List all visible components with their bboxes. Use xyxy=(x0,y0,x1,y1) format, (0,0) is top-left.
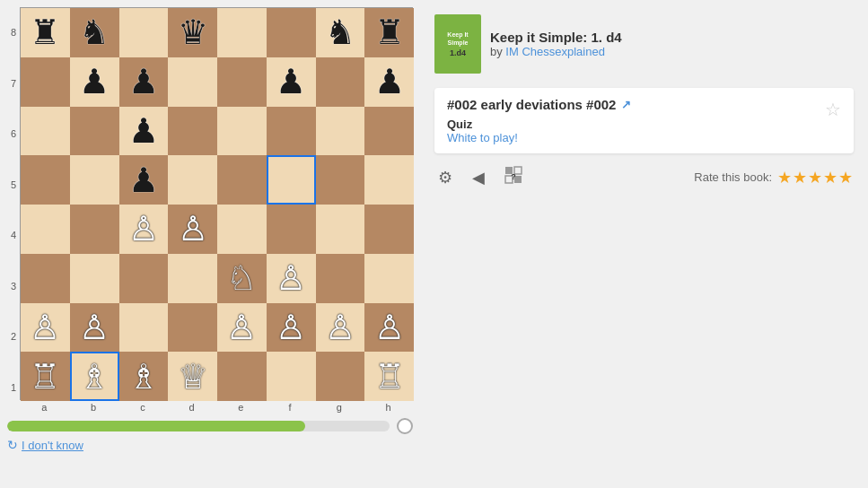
square-b7[interactable]: ♟ xyxy=(70,57,119,107)
piece-d4: ♙ xyxy=(178,212,208,246)
file-label-d: d xyxy=(167,402,216,413)
square-e1[interactable] xyxy=(217,352,267,401)
square-b5[interactable] xyxy=(70,155,119,205)
square-e5[interactable] xyxy=(217,155,267,205)
square-a6[interactable] xyxy=(21,107,70,156)
rank-label-3: 3 xyxy=(7,261,20,312)
square-e7[interactable] xyxy=(217,57,267,107)
piece-g2: ♙ xyxy=(325,310,355,344)
square-b1[interactable]: ♗ xyxy=(70,352,119,401)
chapter-info: #002 early deviations #002 ↗ Quiz White … xyxy=(447,97,631,144)
square-c3[interactable] xyxy=(119,254,169,303)
book-header: Keep ItSimple 1.d4 Keep it Simple: 1. d4… xyxy=(434,9,854,79)
square-c2[interactable] xyxy=(119,303,169,353)
square-f3[interactable]: ♙ xyxy=(267,254,316,303)
file-label-a: a xyxy=(20,402,69,413)
board-button[interactable]: ? xyxy=(501,162,526,192)
square-g2[interactable]: ♙ xyxy=(316,303,365,353)
square-g1[interactable] xyxy=(316,352,365,401)
square-f5[interactable] xyxy=(267,155,316,205)
piece-h8: ♜ xyxy=(374,15,405,49)
square-h3[interactable] xyxy=(364,254,414,303)
file-label-c: c xyxy=(118,402,168,413)
book-cover-line1: Keep ItSimple xyxy=(447,30,468,47)
square-a7[interactable] xyxy=(21,57,70,107)
square-g7[interactable] xyxy=(316,57,365,107)
settings-button[interactable]: ⚙ xyxy=(434,164,456,191)
square-d7[interactable] xyxy=(168,57,217,107)
square-f6[interactable] xyxy=(267,107,316,156)
square-c8[interactable] xyxy=(119,8,169,57)
square-g4[interactable] xyxy=(316,205,365,254)
square-f8[interactable] xyxy=(267,8,316,57)
square-a2[interactable]: ♙ xyxy=(21,303,70,353)
square-d1[interactable]: ♕ xyxy=(168,352,217,401)
square-a1[interactable]: ♖ xyxy=(21,352,70,401)
chess-board[interactable]: ♜♞♛♞♜♟♟♟♟♟♟♙♙♘♙♙♙♙♙♙♙♖♗♗♕♖ xyxy=(20,7,413,400)
rank-label-5: 5 xyxy=(7,160,20,211)
rank-label-8: 8 xyxy=(7,7,20,58)
square-g3[interactable] xyxy=(316,254,365,303)
square-d6[interactable] xyxy=(168,107,217,156)
dont-know-area[interactable]: ↻ I don't know xyxy=(7,438,413,452)
square-h6[interactable] xyxy=(364,107,414,156)
square-f1[interactable] xyxy=(267,352,316,401)
author-rank[interactable]: IM xyxy=(505,45,518,58)
piece-h2: ♙ xyxy=(374,310,405,344)
square-e8[interactable] xyxy=(217,8,267,57)
square-c7[interactable]: ♟ xyxy=(119,57,169,107)
square-f2[interactable]: ♙ xyxy=(267,303,316,353)
square-f7[interactable]: ♟ xyxy=(267,57,316,107)
stars[interactable]: ★★★★★ xyxy=(777,168,854,187)
board-icon: ? xyxy=(504,166,522,184)
dont-know-label[interactable]: I don't know xyxy=(22,439,83,452)
square-a5[interactable] xyxy=(21,155,70,205)
piece-c1: ♗ xyxy=(128,360,159,394)
square-g8[interactable]: ♞ xyxy=(316,8,365,57)
chapter-title-text: #002 early deviations #002 xyxy=(447,97,616,112)
square-b2[interactable]: ♙ xyxy=(70,303,119,353)
square-d5[interactable] xyxy=(168,155,217,205)
square-a3[interactable] xyxy=(21,254,70,303)
square-h5[interactable] xyxy=(364,155,414,205)
square-c1[interactable]: ♗ xyxy=(119,352,169,401)
author-prefix: by xyxy=(490,45,505,58)
square-d2[interactable] xyxy=(168,303,217,353)
square-b4[interactable] xyxy=(70,205,119,254)
progress-circle xyxy=(397,418,413,434)
square-e4[interactable] xyxy=(217,205,267,254)
external-link-icon[interactable]: ↗ xyxy=(621,98,631,111)
square-b6[interactable] xyxy=(70,107,119,156)
rank-label-6: 6 xyxy=(7,109,20,160)
piece-c6: ♟ xyxy=(128,114,159,148)
square-h7[interactable]: ♟ xyxy=(364,57,414,107)
file-label-h: h xyxy=(364,402,413,413)
square-e3[interactable]: ♘ xyxy=(217,254,267,303)
square-h2[interactable]: ♙ xyxy=(364,303,414,353)
square-a4[interactable] xyxy=(21,205,70,254)
square-h8[interactable]: ♜ xyxy=(364,8,414,57)
square-d8[interactable]: ♛ xyxy=(168,8,217,57)
square-g5[interactable] xyxy=(316,155,365,205)
square-c5[interactable]: ♟ xyxy=(119,155,169,205)
square-g6[interactable] xyxy=(316,107,365,156)
square-b8[interactable]: ♞ xyxy=(70,8,119,57)
square-d4[interactable]: ♙ xyxy=(168,205,217,254)
square-h1[interactable]: ♖ xyxy=(364,352,414,401)
square-a8[interactable]: ♜ xyxy=(21,8,70,57)
square-b3[interactable] xyxy=(70,254,119,303)
square-e6[interactable] xyxy=(217,107,267,156)
author-name[interactable]: Chessexplained xyxy=(522,45,605,58)
square-e2[interactable]: ♙ xyxy=(217,303,267,353)
square-c6[interactable]: ♟ xyxy=(119,107,169,156)
square-c4[interactable]: ♙ xyxy=(119,205,169,254)
square-h4[interactable] xyxy=(364,205,414,254)
progress-bar-bg xyxy=(7,421,390,431)
svg-text:?: ? xyxy=(511,172,516,181)
bookmark-icon[interactable]: ☆ xyxy=(825,99,841,120)
book-author: by IM Chessexplained xyxy=(490,45,622,58)
rank-label-1: 1 xyxy=(7,362,20,414)
square-f4[interactable] xyxy=(267,205,316,254)
square-d3[interactable] xyxy=(168,254,217,303)
audio-button[interactable]: ◀ xyxy=(469,164,488,191)
